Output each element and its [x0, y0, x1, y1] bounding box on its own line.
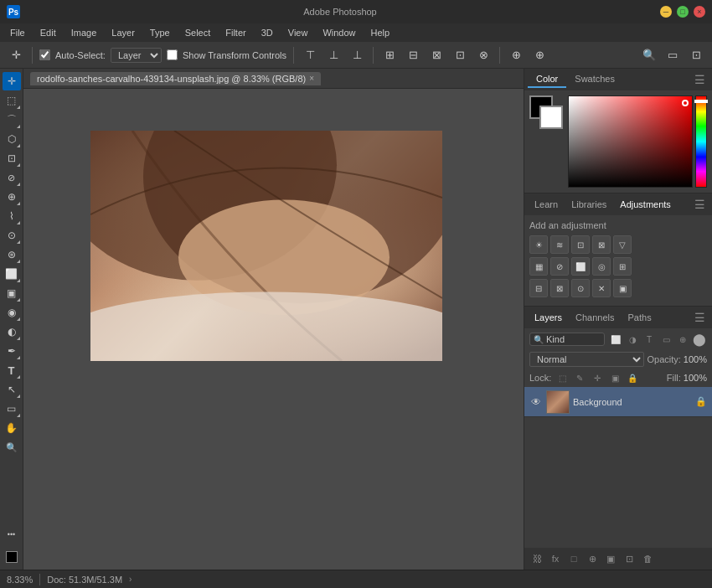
filter-type[interactable]: T: [642, 332, 657, 347]
tab-channels[interactable]: Channels: [569, 310, 621, 325]
menu-edit[interactable]: Edit: [34, 26, 63, 39]
distribute-icon-3[interactable]: ⊠: [427, 46, 446, 64]
layers-panel-menu[interactable]: ☰: [691, 311, 709, 324]
adj-photo-filter[interactable]: ◎: [592, 257, 611, 276]
tool-quick-select[interactable]: ⬡: [3, 130, 21, 148]
document-close[interactable]: ×: [309, 74, 314, 83]
menu-image[interactable]: Image: [64, 26, 104, 39]
tool-move[interactable]: ✛: [3, 72, 21, 90]
document-tab[interactable]: rodolfo-sanches-carvalho-439134-unsplash…: [30, 72, 321, 85]
lock-transparent[interactable]: ⬚: [555, 370, 570, 385]
align-vcenter-icon[interactable]: ⊥: [324, 46, 343, 64]
tool-brush[interactable]: ⌇: [3, 207, 21, 225]
menu-3d[interactable]: 3D: [255, 26, 280, 39]
menu-select[interactable]: Select: [178, 26, 218, 39]
filter-adjustment[interactable]: ◑: [625, 332, 640, 347]
align-bottom-icon[interactable]: ⊥: [348, 46, 366, 64]
tool-history[interactable]: ⊛: [3, 245, 21, 264]
tab-libraries[interactable]: Libraries: [565, 197, 613, 212]
layer-visibility[interactable]: 👁: [529, 395, 543, 409]
adjustments-panel-menu[interactable]: ☰: [691, 198, 709, 211]
adj-color-lookup[interactable]: ⊟: [529, 279, 548, 297]
auto-select-dropdown[interactable]: Layer Group: [111, 48, 162, 63]
lock-image[interactable]: ✎: [572, 370, 587, 385]
tab-layers[interactable]: Layers: [528, 310, 569, 325]
tool-eyedropper[interactable]: ⊘: [3, 168, 21, 187]
adj-exposure[interactable]: ⊠: [592, 235, 611, 254]
tool-clone[interactable]: ⊙: [3, 226, 21, 245]
distribute-icon-1[interactable]: ⊞: [380, 46, 399, 64]
lock-move[interactable]: ✛: [590, 370, 605, 385]
menu-view[interactable]: View: [281, 26, 315, 39]
filter-pixel[interactable]: ⬜: [608, 332, 623, 347]
tool-blur[interactable]: ◉: [3, 303, 21, 322]
foreground-color[interactable]: [6, 551, 18, 563]
filter-toggle[interactable]: ⬤: [692, 332, 707, 347]
new-layer-icon[interactable]: ⊡: [622, 551, 637, 566]
tab-color[interactable]: Color: [528, 71, 566, 88]
blend-mode-select[interactable]: Normal Dissolve Multiply Screen: [529, 352, 644, 367]
link-icon[interactable]: ⛓: [529, 551, 544, 566]
auto-select-checkbox[interactable]: [39, 49, 50, 60]
tab-learn[interactable]: Learn: [528, 197, 565, 212]
tab-paths[interactable]: Paths: [622, 310, 658, 325]
minimize-button[interactable]: ─: [660, 6, 672, 18]
background-color[interactable]: [10, 555, 20, 565]
adj-curves[interactable]: ⊡: [571, 235, 590, 254]
color-field[interactable]: [568, 95, 693, 188]
distribute-icon-2[interactable]: ⊟: [404, 46, 422, 64]
adj-brightness[interactable]: ☀: [529, 235, 548, 254]
lock-all[interactable]: 🔒: [625, 370, 640, 385]
maximize-button[interactable]: □: [677, 6, 689, 18]
menu-layer[interactable]: Layer: [105, 26, 142, 39]
adj-levels[interactable]: ≋: [550, 235, 569, 254]
menu-help[interactable]: Help: [364, 26, 397, 39]
hue-slider[interactable]: [695, 95, 707, 188]
effects-icon[interactable]: fx: [548, 551, 563, 566]
adj-bw[interactable]: ⬜: [571, 257, 590, 276]
distribute-icon-5[interactable]: ⊗: [474, 46, 493, 64]
align-top-icon[interactable]: ⊤: [301, 46, 319, 64]
adj-gradient-map[interactable]: ▣: [613, 279, 632, 297]
menu-window[interactable]: Window: [316, 26, 362, 39]
tab-swatches[interactable]: Swatches: [566, 71, 623, 88]
tool-hand[interactable]: ✋: [3, 419, 21, 437]
status-arrow[interactable]: ›: [129, 575, 132, 584]
tool-gradient[interactable]: ▣: [3, 284, 21, 302]
search-icon[interactable]: 🔍: [640, 46, 658, 64]
adjustment-icon[interactable]: ⊕: [585, 551, 600, 566]
adj-posterize[interactable]: ⊙: [571, 279, 590, 297]
distribute-icon-4[interactable]: ⊡: [451, 46, 469, 64]
color-panel-menu[interactable]: ☰: [691, 73, 709, 86]
tool-eraser[interactable]: ⬜: [3, 265, 21, 283]
auto-blend-icon[interactable]: ⊕: [530, 46, 549, 64]
mask-icon[interactable]: □: [566, 551, 581, 566]
adj-color-balance[interactable]: ⊘: [550, 257, 569, 276]
tool-dodge[interactable]: ◐: [3, 322, 21, 341]
auto-align-icon[interactable]: ⊕: [507, 46, 525, 64]
canvas-workspace[interactable]: [23, 89, 524, 570]
share-icon[interactable]: ⊡: [687, 46, 705, 64]
adj-threshold[interactable]: ✕: [592, 279, 611, 297]
lock-artboard[interactable]: ▣: [607, 370, 622, 385]
tool-shape[interactable]: ▭: [3, 400, 21, 418]
tool-crop[interactable]: ⊡: [3, 149, 21, 168]
tool-pen[interactable]: ✒: [3, 342, 21, 360]
layer-item[interactable]: 👁 Background 🔒: [524, 387, 712, 417]
tool-lasso[interactable]: ⌒: [3, 111, 21, 129]
delete-layer-icon[interactable]: 🗑: [640, 551, 655, 566]
menu-filter[interactable]: Filter: [219, 26, 252, 39]
layers-kind-filter[interactable]: 🔍 Kind: [529, 333, 605, 346]
tool-zoom[interactable]: 🔍: [3, 438, 21, 456]
tool-type[interactable]: T: [3, 361, 21, 379]
tool-marquee[interactable]: ⬚: [3, 91, 21, 110]
filter-smart[interactable]: ⊕: [675, 332, 690, 347]
menu-file[interactable]: File: [3, 26, 32, 39]
background-swatch[interactable]: [539, 106, 563, 129]
menu-type[interactable]: Type: [143, 26, 177, 39]
tool-more[interactable]: •••: [3, 525, 21, 544]
adj-hue-sat[interactable]: ▦: [529, 257, 548, 276]
tool-path-select[interactable]: ↖: [3, 380, 21, 399]
adj-invert[interactable]: ⊠: [550, 279, 569, 297]
tab-adjustments[interactable]: Adjustments: [613, 197, 678, 212]
